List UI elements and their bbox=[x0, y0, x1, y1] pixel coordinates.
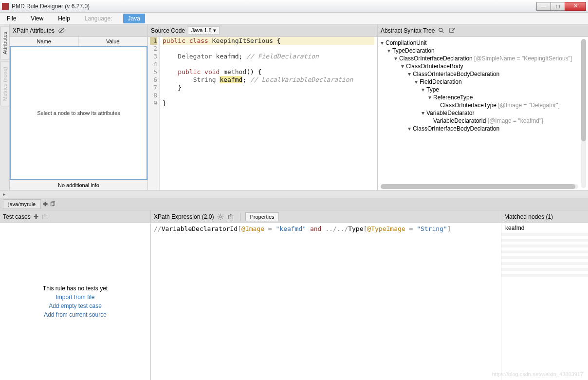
ast-header: Abstract Syntax Tree bbox=[378, 24, 588, 37]
expand-arrow-icon: ▸ bbox=[3, 191, 5, 197]
export-tests-icon[interactable] bbox=[41, 213, 49, 221]
line-num: 1 bbox=[150, 37, 157, 45]
search-icon[interactable] bbox=[438, 27, 445, 35]
ast-node[interactable]: ▾ ReferenceType bbox=[378, 94, 588, 101]
source-panel: Source Code Java 1.8 ▾ 1 2 3 4 5 6 7 8 9… bbox=[148, 24, 378, 190]
line-num: 8 bbox=[150, 92, 157, 99]
line-num: 4 bbox=[150, 60, 157, 68]
chevron-down-icon: ▾ bbox=[213, 27, 216, 33]
matches-panel: Matched nodes (1) keafmd bbox=[501, 210, 588, 380]
line-num: 6 bbox=[150, 76, 157, 84]
tab-metrics[interactable]: Metrics (none) bbox=[0, 61, 9, 106]
matches-title: Matched nodes (1) bbox=[504, 213, 553, 220]
divider bbox=[240, 213, 240, 221]
xpath-title: XPath Expression (2.0) bbox=[154, 213, 214, 220]
ast-tree[interactable]: ▾ CompilationUnit▾ TypeDeclaration▾ Clas… bbox=[378, 37, 588, 190]
visibility-icon[interactable] bbox=[57, 27, 65, 35]
source-title: Source Code bbox=[151, 27, 185, 34]
ast-node[interactable]: ClassOrInterfaceType [@Image = "Delegato… bbox=[378, 101, 588, 109]
tab-attributes[interactable]: Attributes bbox=[0, 26, 9, 59]
svg-point-1 bbox=[439, 28, 442, 31]
source-header: Source Code Java 1.8 ▾ bbox=[148, 24, 377, 37]
upper-workspace: Attributes Metrics (none) XPath Attribut… bbox=[0, 24, 588, 190]
ast-panel: Abstract Syntax Tree ▾ CompilationUnit▾ … bbox=[378, 24, 588, 190]
watermark: https://blog.csdn.net/weixin_43883917 bbox=[492, 371, 583, 377]
svg-line-2 bbox=[442, 31, 444, 33]
line-num: 7 bbox=[150, 84, 157, 92]
copy-rule-button[interactable] bbox=[50, 201, 58, 207]
menubar: File View Help Language: Java bbox=[0, 13, 588, 24]
ast-title: Abstract Syntax Tree bbox=[381, 27, 435, 34]
svg-point-7 bbox=[220, 215, 221, 217]
ast-node[interactable]: ▾ TypeDeclaration bbox=[378, 47, 588, 55]
titlebar: PMD Rule Designer (v 6.27.0) — □ ✕ bbox=[0, 0, 588, 13]
maximize-button[interactable]: □ bbox=[551, 2, 565, 11]
xpath-panel: XPath Expression (2.0) Properties //Vari… bbox=[151, 210, 501, 380]
col-name[interactable]: Name bbox=[10, 37, 79, 46]
side-gutter: Attributes Metrics (none) bbox=[0, 24, 10, 190]
language-label: Language: bbox=[81, 14, 116, 23]
language-button[interactable]: Java bbox=[123, 14, 145, 23]
ast-hthumb[interactable] bbox=[381, 184, 575, 189]
line-num: 2 bbox=[150, 45, 157, 53]
menu-file[interactable]: File bbox=[3, 14, 20, 23]
ast-vthumb[interactable] bbox=[581, 39, 586, 141]
import-from-file-link[interactable]: Import from file bbox=[55, 294, 94, 301]
col-value[interactable]: Value bbox=[79, 37, 148, 46]
ast-node[interactable]: ▾ ClassOrInterfaceDeclaration [@SimpleNa… bbox=[378, 55, 588, 62]
menu-help[interactable]: Help bbox=[54, 14, 74, 23]
svg-rect-3 bbox=[450, 28, 454, 32]
ast-node[interactable]: ▾ ClassOrInterfaceBodyDeclaration bbox=[378, 125, 588, 133]
attributes-title: XPath Attributes bbox=[13, 27, 55, 34]
tests-body: This rule has no tests yet Import from f… bbox=[0, 223, 150, 380]
window-title: PMD Rule Designer (v 6.27.0) bbox=[12, 3, 537, 10]
rule-tabbar: java/myrule ✚ bbox=[0, 198, 588, 210]
add-rule-button[interactable]: ✚ bbox=[41, 201, 50, 208]
line-num: 9 bbox=[150, 99, 157, 107]
xpath-expression[interactable]: //VariableDeclaratorId[@Image = "keafmd"… bbox=[151, 223, 501, 380]
ast-node[interactable]: ▾ Type bbox=[378, 86, 588, 94]
ast-node[interactable]: ▾ CompilationUnit bbox=[378, 39, 588, 47]
java-version-select[interactable]: Java 1.8 ▾ bbox=[188, 26, 220, 35]
add-from-source-link[interactable]: Add from current source bbox=[44, 311, 107, 318]
ast-hscrollbar[interactable] bbox=[381, 184, 578, 189]
line-num: 5 bbox=[150, 68, 157, 76]
ast-node[interactable]: ▾ ClassOrInterfaceBody bbox=[378, 62, 588, 70]
code-text[interactable]: public class KeepingItSerious { Delegato… bbox=[160, 37, 377, 190]
attributes-header: XPath Attributes bbox=[10, 24, 147, 37]
match-row bbox=[501, 274, 588, 277]
java-version-label: Java 1.8 bbox=[191, 27, 212, 33]
tests-panel: Test cases ✚ This rule has no tests yet … bbox=[0, 210, 151, 380]
menu-view[interactable]: View bbox=[27, 14, 47, 23]
gear-icon[interactable] bbox=[217, 213, 224, 221]
add-test-button[interactable]: ✚ bbox=[34, 213, 38, 220]
line-gutter: 1 2 3 4 5 6 7 8 9 bbox=[148, 37, 160, 190]
expander-handle[interactable]: ▸ bbox=[0, 190, 588, 198]
add-empty-test-link[interactable]: Add empty test case bbox=[49, 303, 102, 309]
ast-node[interactable]: ▾ FieldDeclaration bbox=[378, 78, 588, 86]
line-num: 3 bbox=[150, 53, 157, 60]
app-icon bbox=[2, 3, 9, 10]
matches-list: keafmd bbox=[501, 223, 588, 380]
close-button[interactable]: ✕ bbox=[565, 2, 586, 11]
tests-title: Test cases bbox=[3, 213, 31, 220]
tests-header: Test cases ✚ bbox=[0, 210, 150, 223]
xpath-header: XPath Expression (2.0) Properties bbox=[151, 210, 501, 223]
ast-node[interactable]: VariableDeclaratorId [@Image = "keafmd"] bbox=[378, 117, 588, 125]
properties-button[interactable]: Properties bbox=[245, 212, 278, 221]
lower-workspace: Test cases ✚ This rule has no tests yet … bbox=[0, 210, 588, 380]
attributes-footer: No additional info bbox=[10, 180, 147, 190]
attributes-columns: Name Value bbox=[10, 37, 147, 46]
attributes-panel: XPath Attributes Name Value Select a nod… bbox=[10, 24, 148, 190]
code-area[interactable]: 1 2 3 4 5 6 7 8 9 public class KeepingIt… bbox=[148, 37, 377, 190]
export-icon[interactable] bbox=[448, 27, 456, 35]
minimize-button[interactable]: — bbox=[536, 2, 551, 11]
window-buttons: — □ ✕ bbox=[537, 2, 586, 11]
ast-vscrollbar[interactable] bbox=[581, 39, 586, 188]
export-xpath-icon[interactable] bbox=[227, 213, 235, 221]
match-row[interactable]: keafmd bbox=[501, 223, 588, 233]
ast-node[interactable]: ▾ VariableDeclarator bbox=[378, 109, 588, 117]
rule-tab[interactable]: java/myrule bbox=[3, 199, 41, 209]
ast-node[interactable]: ▾ ClassOrInterfaceBodyDeclaration bbox=[378, 70, 588, 78]
tests-empty-label: This rule has no tests yet bbox=[43, 285, 108, 292]
